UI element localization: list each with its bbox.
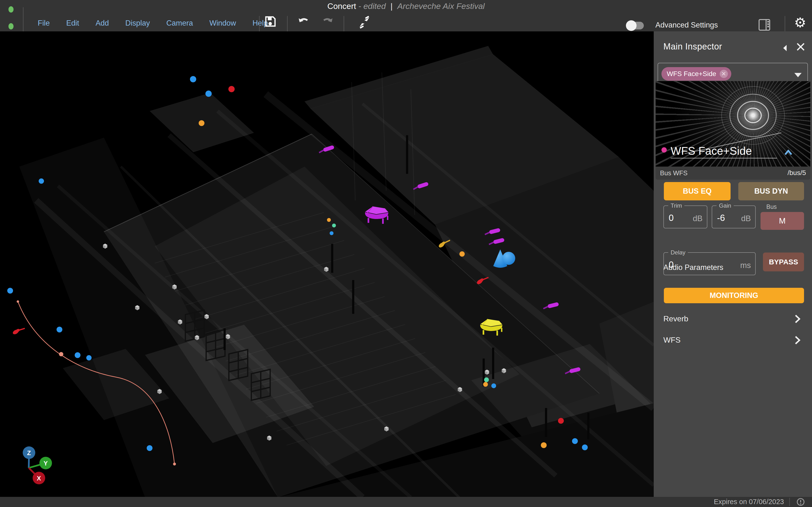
source-dot-blue (75, 352, 81, 358)
source-dot-blue (57, 327, 62, 332)
source-dot-orange (199, 120, 204, 126)
menu-bar: FileEditAddDisplayCameraWindowHelp (30, 15, 276, 32)
gain-value[interactable]: -6 (717, 213, 725, 223)
axis-gizmo: Z Y X (23, 446, 52, 484)
bus-eq-button[interactable]: BUS EQ (664, 182, 730, 201)
source-dot-orange (327, 218, 331, 222)
source-dot-blue (572, 438, 578, 444)
trajectory-dot (173, 463, 176, 465)
trajectory-dot (17, 300, 19, 303)
main-inspector-panel: Main Inspector WFS Face+Side ✕ WFS Face+… (654, 32, 812, 497)
chevron-right-icon (795, 336, 800, 345)
source-dot-blue (7, 288, 13, 294)
statusbar-separator (789, 498, 790, 506)
menu-item-display[interactable]: Display (117, 19, 158, 27)
delay-field[interactable]: Delay 0 ms (663, 249, 756, 275)
undo-icon[interactable] (298, 16, 310, 27)
menu-item-window[interactable]: Window (201, 19, 244, 27)
bus-type-label: Bus WFS (660, 169, 688, 177)
source-dot-mint (332, 224, 336, 227)
selection-chip[interactable]: WFS Face+Side ✕ (661, 67, 731, 80)
panel-layout-icon[interactable] (758, 19, 770, 31)
object-name-underline (671, 158, 777, 158)
object-color-dot (661, 147, 667, 153)
menu-item-edit[interactable]: Edit (58, 19, 87, 27)
gain-field[interactable]: Gain -6 dB (712, 202, 756, 228)
3d-viewport[interactable]: Z Y X (0, 32, 654, 497)
toggle-knob (626, 20, 637, 31)
source-dot-blue (205, 91, 212, 97)
trim-unit: dB (693, 214, 703, 223)
topbar-separator (344, 16, 344, 32)
bypass-button[interactable]: BYPASS (763, 252, 804, 271)
wfs-section-row[interactable]: WFS (654, 333, 812, 348)
source-dot-blue (86, 355, 92, 360)
trim-field[interactable]: Trim 0 dB (663, 202, 707, 228)
source-dot-blue (190, 76, 196, 82)
session-title: Archeveche Aix Festival (397, 1, 485, 11)
panel-title: Main Inspector (663, 42, 722, 52)
trim-value[interactable]: 0 (669, 213, 674, 223)
advanced-settings-label: Advanced Settings (655, 21, 718, 30)
settings-gear-icon[interactable]: ⚙ (794, 15, 806, 31)
menu-item-add[interactable]: Add (87, 19, 117, 27)
source-dot-red (558, 418, 564, 424)
topbar-separator (23, 7, 23, 32)
bus-dyn-button[interactable]: BUS DYN (738, 182, 804, 201)
monitoring-button[interactable]: MONITORING (664, 288, 804, 303)
object-meta-strip: Bus WFS /bus/5 (656, 167, 810, 180)
window-status-dot-2 (8, 23, 13, 30)
license-expiry: Expires on 07/06/2023 (714, 498, 784, 506)
axis-z-label: Z (27, 449, 31, 457)
redo-icon[interactable] (321, 16, 334, 27)
source-dot-blue (491, 383, 496, 388)
axis-y-label: Y (44, 460, 48, 467)
source-dot-blue (582, 445, 588, 450)
chevron-up-icon[interactable] (784, 150, 793, 155)
reverb-section-row[interactable]: Reverb (654, 312, 812, 326)
dropdown-caret-icon[interactable] (794, 72, 802, 78)
source-dot-orange (483, 382, 488, 387)
collapse-arrow-icon[interactable] (782, 44, 788, 52)
status-bar: Expires on 07/06/2023 (0, 497, 812, 507)
source-dot-blue (39, 178, 44, 184)
trajectory-dot (59, 352, 63, 356)
source-dot-blue (502, 252, 515, 265)
save-icon[interactable] (265, 16, 276, 27)
edited-flag: - edited (358, 1, 386, 11)
info-icon[interactable] (797, 498, 805, 506)
topbar-separator (287, 16, 288, 32)
object-name-field[interactable]: WFS Face+Side (671, 145, 752, 157)
close-icon[interactable] (796, 42, 806, 52)
gain-unit: dB (741, 214, 751, 223)
advanced-settings-toggle[interactable] (626, 18, 653, 33)
top-bar: Concert - edited | Archeveche Aix Festiv… (0, 0, 812, 32)
project-title: Concert (327, 1, 356, 11)
bus-mute-button[interactable]: M (761, 212, 804, 230)
topbar-separator (259, 16, 260, 32)
topbar-separator (785, 16, 785, 32)
source-dot-orange (541, 442, 547, 448)
menu-item-camera[interactable]: Camera (158, 19, 201, 27)
source-dot-blue (329, 231, 334, 235)
object-preview-card: WFS Face+Side (656, 81, 810, 167)
menu-item-file[interactable]: File (30, 19, 58, 27)
violin-object (12, 326, 25, 335)
source-dot-mint (484, 377, 489, 382)
bus-address: /bus/5 (788, 169, 806, 177)
axis-x-label: X (37, 475, 41, 482)
collapse-panels-icon[interactable] (358, 16, 371, 29)
venue-geometry (19, 46, 654, 497)
delay-unit: ms (740, 261, 751, 270)
chevron-right-icon (795, 314, 800, 324)
source-dot-orange (459, 251, 465, 257)
source-dot-red (229, 86, 235, 92)
chip-remove-icon[interactable]: ✕ (720, 70, 728, 78)
source-dot-blue (147, 445, 152, 451)
bus-label: Bus (766, 203, 777, 210)
delay-value[interactable]: 0 (669, 260, 674, 270)
window-title: Concert - edited | Archeveche Aix Festiv… (0, 1, 812, 11)
